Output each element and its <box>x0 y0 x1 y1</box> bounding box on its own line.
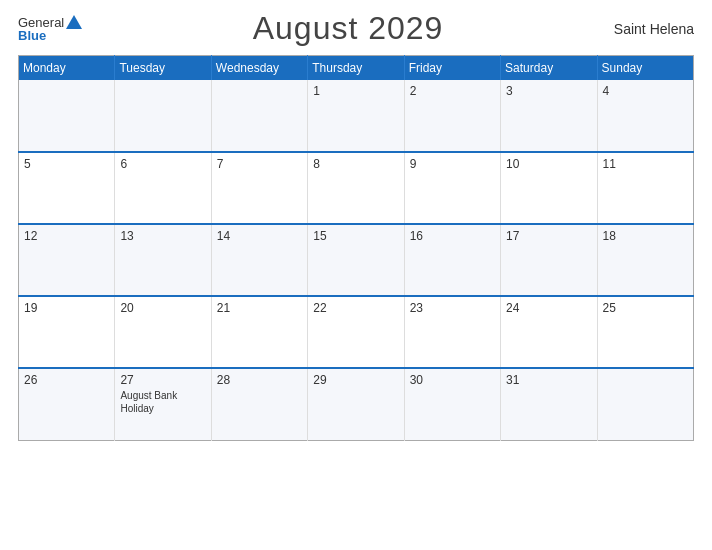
day-cell-20: 20 <box>115 296 211 368</box>
day-cell-30: 30 <box>404 368 500 440</box>
day-cell-31: 31 <box>501 368 597 440</box>
header-wednesday: Wednesday <box>211 56 307 81</box>
day-cell-22: 22 <box>308 296 404 368</box>
day-cell-8: 8 <box>308 152 404 224</box>
day-cell-4: 4 <box>597 80 693 152</box>
day-cell-16: 16 <box>404 224 500 296</box>
logo-blue-text: Blue <box>18 28 46 43</box>
day-cell-11: 11 <box>597 152 693 224</box>
day-cell-23: 23 <box>404 296 500 368</box>
week-row-5: 2627August Bank Holiday28293031 <box>19 368 694 440</box>
calendar-container: General Blue August 2029 Saint Helena Mo… <box>0 0 712 550</box>
month-title: August 2029 <box>82 10 614 47</box>
day-cell-27: 27August Bank Holiday <box>115 368 211 440</box>
day-cell-empty <box>211 80 307 152</box>
day-cell-14: 14 <box>211 224 307 296</box>
header-tuesday: Tuesday <box>115 56 211 81</box>
day-cell-29: 29 <box>308 368 404 440</box>
day-cell-17: 17 <box>501 224 597 296</box>
day-cell-10: 10 <box>501 152 597 224</box>
header-sunday: Sunday <box>597 56 693 81</box>
day-cell-6: 6 <box>115 152 211 224</box>
day-cell-18: 18 <box>597 224 693 296</box>
day-cell-21: 21 <box>211 296 307 368</box>
week-row-1: 1234 <box>19 80 694 152</box>
day-cell-12: 12 <box>19 224 115 296</box>
logo-triangle-icon <box>66 15 82 29</box>
day-cell-13: 13 <box>115 224 211 296</box>
day-cell-9: 9 <box>404 152 500 224</box>
header-monday: Monday <box>19 56 115 81</box>
day-cell-24: 24 <box>501 296 597 368</box>
day-cell-26: 26 <box>19 368 115 440</box>
day-cell-3: 3 <box>501 80 597 152</box>
day-cell-1: 1 <box>308 80 404 152</box>
calendar-header: General Blue August 2029 Saint Helena <box>18 10 694 47</box>
weekday-header-row: Monday Tuesday Wednesday Thursday Friday… <box>19 56 694 81</box>
day-cell-empty <box>597 368 693 440</box>
week-row-2: 567891011 <box>19 152 694 224</box>
logo: General Blue <box>18 15 82 43</box>
day-cell-7: 7 <box>211 152 307 224</box>
day-cell-19: 19 <box>19 296 115 368</box>
region-label: Saint Helena <box>614 21 694 37</box>
day-cell-empty <box>115 80 211 152</box>
week-row-3: 12131415161718 <box>19 224 694 296</box>
header-saturday: Saturday <box>501 56 597 81</box>
day-cell-5: 5 <box>19 152 115 224</box>
header-thursday: Thursday <box>308 56 404 81</box>
day-cell-28: 28 <box>211 368 307 440</box>
day-cell-empty <box>19 80 115 152</box>
header-friday: Friday <box>404 56 500 81</box>
day-cell-25: 25 <box>597 296 693 368</box>
calendar-table: Monday Tuesday Wednesday Thursday Friday… <box>18 55 694 441</box>
day-cell-2: 2 <box>404 80 500 152</box>
week-row-4: 19202122232425 <box>19 296 694 368</box>
day-cell-15: 15 <box>308 224 404 296</box>
